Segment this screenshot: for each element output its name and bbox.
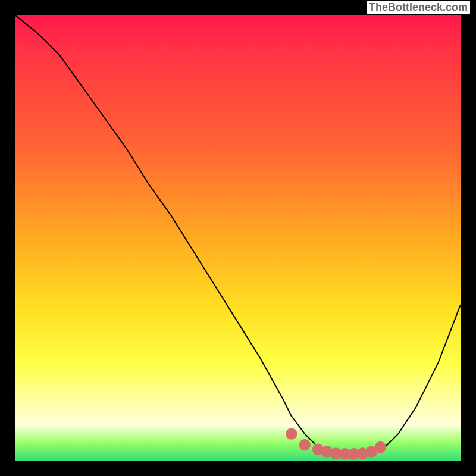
bottleneck-curve [15, 15, 461, 454]
optimal-range-dots [286, 428, 386, 459]
optimal-dot [330, 447, 342, 459]
curve-svg [15, 15, 461, 461]
optimal-dot [312, 444, 324, 455]
optimal-dot [348, 448, 359, 459]
attribution-text: TheBottleneck.com [367, 1, 470, 14]
optimal-dot [299, 439, 310, 450]
optimal-dot [321, 446, 333, 457]
chart-canvas: TheBottleneck.com [0, 0, 476, 476]
optimal-dot [357, 447, 368, 459]
plot-area [15, 15, 461, 461]
optimal-dot [286, 428, 297, 439]
optimal-dot [366, 446, 377, 457]
optimal-dot [375, 441, 386, 453]
optimal-dot [339, 448, 350, 459]
